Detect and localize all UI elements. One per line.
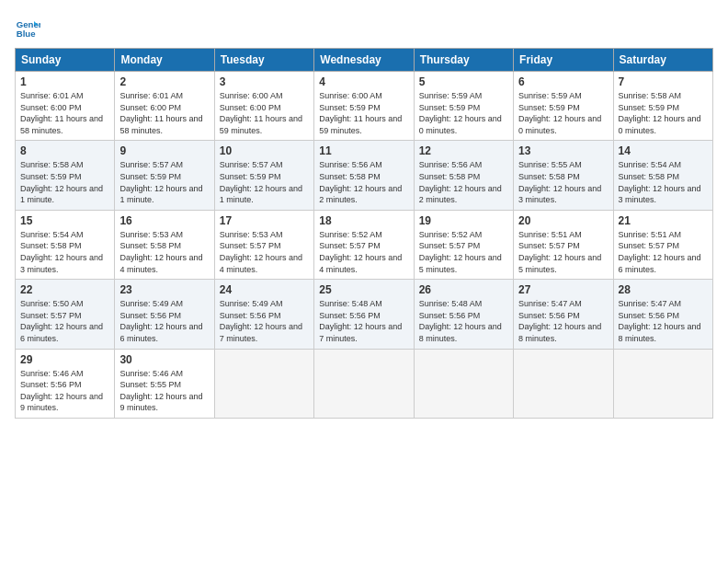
calendar-cell: 11Sunrise: 5:56 AMSunset: 5:58 PMDayligh… bbox=[314, 141, 414, 210]
calendar-cell: 8Sunrise: 5:58 AMSunset: 5:59 PMDaylight… bbox=[16, 141, 115, 210]
cell-content: Sunrise: 5:56 AMSunset: 5:58 PMDaylight:… bbox=[319, 159, 408, 205]
day-number: 3 bbox=[220, 75, 309, 88]
calendar-cell: 7Sunrise: 5:58 AMSunset: 5:59 PMDaylight… bbox=[613, 72, 712, 141]
cell-content: Sunrise: 5:56 AMSunset: 5:58 PMDaylight:… bbox=[419, 159, 508, 205]
day-number: 1 bbox=[20, 75, 109, 88]
cell-content: Sunrise: 6:00 AMSunset: 6:00 PMDaylight:… bbox=[220, 90, 309, 136]
cell-content: Sunrise: 5:59 AMSunset: 5:59 PMDaylight:… bbox=[518, 90, 608, 136]
cell-content: Sunrise: 5:53 AMSunset: 5:57 PMDaylight:… bbox=[220, 229, 309, 275]
cell-content: Sunrise: 5:53 AMSunset: 5:58 PMDaylight:… bbox=[119, 229, 209, 275]
calendar-cell: 15Sunrise: 5:54 AMSunset: 5:58 PMDayligh… bbox=[16, 210, 115, 279]
calendar-cell: 26Sunrise: 5:48 AMSunset: 5:56 PMDayligh… bbox=[414, 280, 513, 349]
cell-content: Sunrise: 5:52 AMSunset: 5:57 PMDaylight:… bbox=[419, 229, 508, 275]
cell-content: Sunrise: 6:00 AMSunset: 5:59 PMDaylight:… bbox=[319, 90, 408, 136]
column-header-friday: Friday bbox=[514, 49, 613, 72]
calendar-cell bbox=[613, 349, 712, 418]
cell-content: Sunrise: 5:48 AMSunset: 5:56 PMDaylight:… bbox=[419, 298, 508, 344]
cell-content: Sunrise: 5:47 AMSunset: 5:56 PMDaylight:… bbox=[619, 298, 708, 344]
day-number: 7 bbox=[619, 75, 708, 88]
calendar-cell: 20Sunrise: 5:51 AMSunset: 5:57 PMDayligh… bbox=[514, 210, 613, 279]
calendar-cell: 13Sunrise: 5:55 AMSunset: 5:58 PMDayligh… bbox=[514, 141, 613, 210]
day-number: 14 bbox=[619, 144, 708, 157]
column-header-saturday: Saturday bbox=[613, 49, 712, 72]
day-number: 2 bbox=[119, 75, 209, 88]
cell-content: Sunrise: 5:52 AMSunset: 5:57 PMDaylight:… bbox=[319, 229, 408, 275]
cell-content: Sunrise: 5:59 AMSunset: 5:59 PMDaylight:… bbox=[419, 90, 508, 136]
day-number: 13 bbox=[518, 144, 608, 157]
calendar-cell: 21Sunrise: 5:51 AMSunset: 5:57 PMDayligh… bbox=[613, 210, 712, 279]
calendar-cell: 16Sunrise: 5:53 AMSunset: 5:58 PMDayligh… bbox=[115, 210, 214, 279]
calendar-cell: 4Sunrise: 6:00 AMSunset: 5:59 PMDaylight… bbox=[314, 72, 414, 141]
calendar-week-1: 1Sunrise: 6:01 AMSunset: 6:00 PMDaylight… bbox=[16, 72, 713, 141]
cell-content: Sunrise: 5:58 AMSunset: 5:59 PMDaylight:… bbox=[619, 90, 708, 136]
cell-content: Sunrise: 5:49 AMSunset: 5:56 PMDaylight:… bbox=[119, 298, 209, 344]
day-number: 26 bbox=[419, 283, 508, 296]
column-header-wednesday: Wednesday bbox=[314, 49, 414, 72]
day-number: 11 bbox=[319, 144, 408, 157]
calendar-cell: 6Sunrise: 5:59 AMSunset: 5:59 PMDaylight… bbox=[514, 72, 613, 141]
cell-content: Sunrise: 5:54 AMSunset: 5:58 PMDaylight:… bbox=[619, 159, 708, 205]
calendar-cell: 9Sunrise: 5:57 AMSunset: 5:59 PMDaylight… bbox=[115, 141, 214, 210]
cell-content: Sunrise: 5:46 AMSunset: 5:55 PMDaylight:… bbox=[119, 368, 209, 414]
cell-content: Sunrise: 5:47 AMSunset: 5:56 PMDaylight:… bbox=[518, 298, 608, 344]
cell-content: Sunrise: 6:01 AMSunset: 6:00 PMDaylight:… bbox=[20, 90, 109, 136]
day-number: 15 bbox=[20, 214, 109, 227]
cell-content: Sunrise: 5:57 AMSunset: 5:59 PMDaylight:… bbox=[119, 159, 209, 205]
calendar-cell: 28Sunrise: 5:47 AMSunset: 5:56 PMDayligh… bbox=[613, 280, 712, 349]
day-number: 17 bbox=[220, 214, 309, 227]
cell-content: Sunrise: 5:58 AMSunset: 5:59 PMDaylight:… bbox=[20, 159, 109, 205]
calendar-cell bbox=[414, 349, 513, 418]
column-header-monday: Monday bbox=[115, 49, 214, 72]
day-number: 29 bbox=[20, 353, 109, 366]
calendar-cell: 17Sunrise: 5:53 AMSunset: 5:57 PMDayligh… bbox=[214, 210, 313, 279]
logo-icon: General Blue bbox=[15, 15, 40, 40]
calendar-cell: 3Sunrise: 6:00 AMSunset: 6:00 PMDaylight… bbox=[214, 72, 313, 141]
calendar-cell: 10Sunrise: 5:57 AMSunset: 5:59 PMDayligh… bbox=[214, 141, 313, 210]
cell-content: Sunrise: 5:48 AMSunset: 5:56 PMDaylight:… bbox=[319, 298, 408, 344]
calendar-cell: 25Sunrise: 5:48 AMSunset: 5:56 PMDayligh… bbox=[314, 280, 414, 349]
day-number: 4 bbox=[319, 75, 408, 88]
cell-content: Sunrise: 5:51 AMSunset: 5:57 PMDaylight:… bbox=[619, 229, 708, 275]
calendar-cell: 18Sunrise: 5:52 AMSunset: 5:57 PMDayligh… bbox=[314, 210, 414, 279]
day-number: 12 bbox=[419, 144, 508, 157]
calendar-week-4: 22Sunrise: 5:50 AMSunset: 5:57 PMDayligh… bbox=[16, 280, 713, 349]
day-number: 22 bbox=[20, 283, 109, 296]
calendar-cell: 24Sunrise: 5:49 AMSunset: 5:56 PMDayligh… bbox=[214, 280, 313, 349]
calendar-cell: 19Sunrise: 5:52 AMSunset: 5:57 PMDayligh… bbox=[414, 210, 513, 279]
calendar-cell bbox=[514, 349, 613, 418]
day-number: 16 bbox=[119, 214, 209, 227]
day-number: 27 bbox=[518, 283, 608, 296]
calendar-week-2: 8Sunrise: 5:58 AMSunset: 5:59 PMDaylight… bbox=[16, 141, 713, 210]
cell-content: Sunrise: 5:54 AMSunset: 5:58 PMDaylight:… bbox=[20, 229, 109, 275]
day-number: 24 bbox=[220, 283, 309, 296]
calendar-table: SundayMondayTuesdayWednesdayThursdayFrid… bbox=[15, 48, 713, 419]
calendar-week-5: 29Sunrise: 5:46 AMSunset: 5:56 PMDayligh… bbox=[16, 349, 713, 418]
day-number: 5 bbox=[419, 75, 508, 88]
cell-content: Sunrise: 5:55 AMSunset: 5:58 PMDaylight:… bbox=[518, 159, 608, 205]
day-number: 23 bbox=[119, 283, 209, 296]
day-number: 28 bbox=[619, 283, 708, 296]
day-number: 10 bbox=[220, 144, 309, 157]
calendar-cell: 29Sunrise: 5:46 AMSunset: 5:56 PMDayligh… bbox=[16, 349, 115, 418]
day-number: 8 bbox=[20, 144, 109, 157]
calendar-week-3: 15Sunrise: 5:54 AMSunset: 5:58 PMDayligh… bbox=[16, 210, 713, 279]
column-header-thursday: Thursday bbox=[414, 49, 513, 72]
calendar-cell: 12Sunrise: 5:56 AMSunset: 5:58 PMDayligh… bbox=[414, 141, 513, 210]
calendar-cell: 30Sunrise: 5:46 AMSunset: 5:55 PMDayligh… bbox=[115, 349, 214, 418]
calendar-cell: 5Sunrise: 5:59 AMSunset: 5:59 PMDaylight… bbox=[414, 72, 513, 141]
calendar-cell bbox=[214, 349, 313, 418]
cell-content: Sunrise: 5:46 AMSunset: 5:56 PMDaylight:… bbox=[20, 368, 109, 414]
svg-text:Blue: Blue bbox=[17, 29, 36, 39]
day-number: 6 bbox=[518, 75, 608, 88]
column-header-sunday: Sunday bbox=[16, 49, 115, 72]
day-number: 30 bbox=[119, 353, 209, 366]
calendar-body: 1Sunrise: 6:01 AMSunset: 6:00 PMDaylight… bbox=[16, 72, 713, 419]
day-number: 9 bbox=[119, 144, 209, 157]
cell-content: Sunrise: 5:51 AMSunset: 5:57 PMDaylight:… bbox=[518, 229, 608, 275]
page-header: General Blue bbox=[15, 15, 713, 40]
column-header-tuesday: Tuesday bbox=[214, 49, 313, 72]
calendar-header-row: SundayMondayTuesdayWednesdayThursdayFrid… bbox=[16, 49, 713, 72]
calendar-cell: 23Sunrise: 5:49 AMSunset: 5:56 PMDayligh… bbox=[115, 280, 214, 349]
day-number: 20 bbox=[518, 214, 608, 227]
day-number: 25 bbox=[319, 283, 408, 296]
